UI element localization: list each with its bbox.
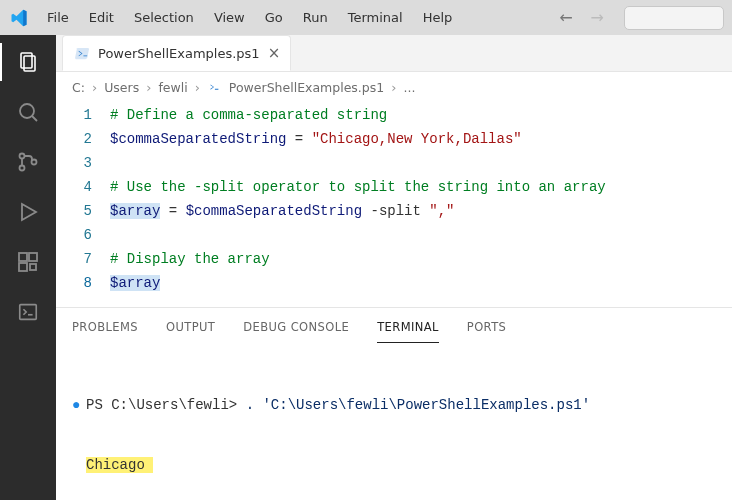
code-variable: $commaSeparatedString	[110, 131, 286, 147]
breadcrumb-users[interactable]: Users	[104, 80, 139, 95]
chevron-right-icon: ›	[92, 80, 97, 95]
breadcrumb[interactable]: C: › Users › fewli › PowerShellExamples.…	[56, 72, 732, 99]
line-number: 7	[56, 247, 110, 271]
menu-file[interactable]: File	[38, 6, 78, 29]
svg-point-4	[20, 154, 25, 159]
code-string: "Chicago,New York,Dallas"	[312, 131, 522, 147]
terminal-panel-icon[interactable]	[15, 299, 41, 325]
code-string: ","	[429, 203, 454, 219]
svg-rect-9	[29, 253, 37, 261]
svg-line-3	[32, 116, 37, 121]
code-comment: # Use the -split operator to split the s…	[110, 179, 606, 195]
line-number: 3	[56, 151, 110, 175]
svg-point-6	[32, 160, 37, 165]
menu-view[interactable]: View	[205, 6, 254, 29]
svg-rect-12	[20, 305, 37, 320]
line-number: 4	[56, 175, 110, 199]
explorer-icon[interactable]	[15, 49, 41, 75]
nav-back-icon[interactable]: ←	[555, 6, 576, 29]
panel-tab-problems[interactable]: PROBLEMS	[72, 316, 138, 343]
vscode-logo-icon	[8, 7, 30, 29]
activity-bar	[0, 35, 56, 500]
code-variable: $array	[110, 275, 160, 291]
code-editor[interactable]: 1# Define a comma-separated string 2$com…	[56, 99, 732, 307]
line-number: 5	[56, 199, 110, 223]
close-tab-icon[interactable]: ×	[268, 44, 281, 62]
chevron-right-icon: ›	[391, 80, 396, 95]
svg-rect-10	[19, 263, 27, 271]
menu-terminal[interactable]: Terminal	[339, 6, 412, 29]
svg-marker-7	[22, 204, 36, 220]
line-number: 1	[56, 103, 110, 127]
search-icon[interactable]	[15, 99, 41, 125]
panel-tab-output[interactable]: OUTPUT	[166, 316, 215, 343]
svg-rect-8	[19, 253, 27, 261]
code-variable: $commaSeparatedString	[186, 203, 362, 219]
svg-point-5	[20, 166, 25, 171]
nav-forward-icon: →	[587, 6, 608, 29]
breadcrumb-c[interactable]: C:	[72, 80, 85, 95]
panel-tab-terminal[interactable]: TERMINAL	[377, 316, 439, 343]
command-center-input[interactable]	[624, 6, 724, 30]
extensions-icon[interactable]	[15, 249, 41, 275]
terminal-bullet-icon: ●	[72, 395, 86, 415]
bottom-panel: PROBLEMS OUTPUT DEBUG CONSOLE TERMINAL P…	[56, 307, 732, 500]
tab-title: PowerShellExamples.ps1	[98, 46, 260, 61]
svg-point-2	[20, 104, 34, 118]
source-control-icon[interactable]	[15, 149, 41, 175]
menu-edit[interactable]: Edit	[80, 6, 123, 29]
menu-selection[interactable]: Selection	[125, 6, 203, 29]
terminal-output: Chicago	[86, 457, 153, 473]
powershell-file-icon	[75, 46, 90, 61]
panel-tab-ports[interactable]: PORTS	[467, 316, 506, 343]
code-variable: $array	[110, 203, 160, 219]
menu-help[interactable]: Help	[414, 6, 462, 29]
line-number: 2	[56, 127, 110, 151]
line-number: 8	[56, 271, 110, 295]
terminal-prompt: PS C:\Users\fewli>	[86, 397, 246, 413]
title-bar: File Edit Selection View Go Run Terminal…	[0, 0, 732, 35]
panel-tabs: PROBLEMS OUTPUT DEBUG CONSOLE TERMINAL P…	[56, 308, 732, 343]
editor-tabs: PowerShellExamples.ps1 ×	[56, 35, 732, 72]
tab-powershellexamples[interactable]: PowerShellExamples.ps1 ×	[62, 35, 291, 71]
powershell-file-icon	[207, 80, 222, 95]
breadcrumb-user[interactable]: fewli	[158, 80, 187, 95]
code-comment: # Display the array	[110, 251, 270, 267]
chevron-right-icon: ›	[146, 80, 151, 95]
run-debug-icon[interactable]	[15, 199, 41, 225]
menu-go[interactable]: Go	[256, 6, 292, 29]
code-comment: # Define a comma-separated string	[110, 107, 387, 123]
line-number: 6	[56, 223, 110, 247]
breadcrumb-file[interactable]: PowerShellExamples.ps1	[229, 80, 384, 95]
terminal-command: . 'C:\Users\fewli\PowerShellExamples.ps1…	[246, 397, 590, 413]
panel-tab-debug-console[interactable]: DEBUG CONSOLE	[243, 316, 349, 343]
breadcrumb-more[interactable]: ...	[403, 80, 415, 95]
menu-run[interactable]: Run	[294, 6, 337, 29]
svg-rect-11	[30, 264, 36, 270]
terminal-content[interactable]: ●PS C:\Users\fewli> . 'C:\Users\fewli\Po…	[56, 343, 732, 500]
chevron-right-icon: ›	[195, 80, 200, 95]
